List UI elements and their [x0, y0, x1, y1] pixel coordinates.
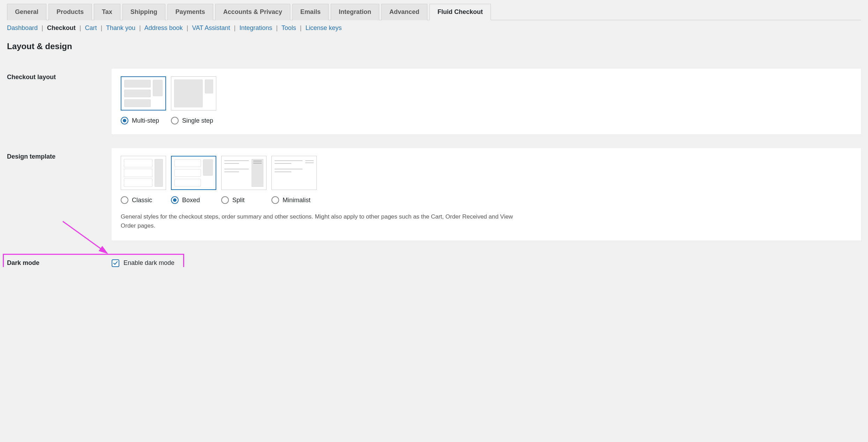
tab-emails[interactable]: Emails: [292, 4, 329, 20]
row-dark-mode: Dark mode Enable dark mode: [7, 254, 861, 267]
radio-icon: [121, 117, 128, 124]
template-label: Boxed: [182, 197, 200, 204]
subnav-vat-assistant[interactable]: VAT Assistant: [192, 24, 230, 31]
tab-integration[interactable]: Integration: [331, 4, 379, 20]
layout-option-label: Single step: [182, 117, 213, 124]
label-dark-mode: Dark mode: [7, 254, 112, 267]
template-label: Split: [232, 197, 245, 204]
template-label: Minimalist: [283, 197, 310, 204]
layout-option-multi-step[interactable]: Multi-step: [121, 117, 159, 124]
label-checkout-layout: Checkout layout: [7, 69, 112, 81]
tab-tax[interactable]: Tax: [94, 4, 120, 20]
tab-advanced[interactable]: Advanced: [381, 4, 427, 20]
radio-icon: [121, 196, 128, 204]
checkbox-icon: [112, 259, 119, 267]
subnav-license-keys[interactable]: License keys: [305, 24, 342, 31]
layout-option-single-step[interactable]: Single step: [171, 117, 213, 124]
tab-products[interactable]: Products: [48, 4, 92, 20]
template-classic-thumb[interactable]: [121, 156, 166, 190]
settings-tabs: General Products Tax Shipping Payments A…: [7, 3, 861, 20]
label-design-template: Design template: [7, 148, 112, 160]
layout-option-single-step-thumb[interactable]: [171, 76, 216, 110]
template-minimalist[interactable]: Minimalist: [271, 196, 310, 204]
template-boxed-thumb[interactable]: [171, 156, 216, 190]
radio-icon: [171, 117, 179, 124]
subnav-address-book[interactable]: Address book: [144, 24, 183, 31]
design-template-help: General styles for the checkout steps, o…: [121, 212, 525, 231]
template-split-thumb[interactable]: [221, 156, 267, 190]
radio-icon: [221, 196, 229, 204]
tab-accounts-privacy[interactable]: Accounts & Privacy: [215, 4, 290, 20]
subnav-thank-you[interactable]: Thank you: [106, 24, 135, 31]
tab-shipping[interactable]: Shipping: [122, 4, 165, 20]
template-boxed[interactable]: Boxed: [171, 196, 200, 204]
template-label: Classic: [132, 197, 152, 204]
subnav-dashboard[interactable]: Dashboard: [7, 24, 38, 31]
tab-payments[interactable]: Payments: [167, 4, 213, 20]
radio-icon: [271, 196, 279, 204]
dark-mode-checkbox-label: Enable dark mode: [124, 259, 174, 267]
dark-mode-checkbox[interactable]: Enable dark mode: [112, 254, 861, 267]
subnav-checkout[interactable]: Checkout: [47, 24, 76, 31]
layout-option-label: Multi-step: [132, 117, 159, 124]
row-checkout-layout: Checkout layout: [7, 69, 861, 134]
radio-icon: [171, 196, 179, 204]
subnav-tools[interactable]: Tools: [282, 24, 296, 31]
subnav-cart[interactable]: Cart: [85, 24, 97, 31]
row-design-template: Design template: [7, 148, 861, 241]
subnav-integrations[interactable]: Integrations: [239, 24, 272, 31]
page-title: Layout & design: [0, 32, 868, 55]
template-classic[interactable]: Classic: [121, 196, 152, 204]
tab-fluid-checkout[interactable]: Fluid Checkout: [429, 4, 491, 20]
template-split[interactable]: Split: [221, 196, 245, 204]
template-minimalist-thumb[interactable]: [271, 156, 317, 190]
tab-general[interactable]: General: [7, 4, 46, 20]
subnav: Dashboard | Checkout | Cart | Thank you …: [0, 20, 868, 32]
layout-option-multi-step-thumb[interactable]: [121, 76, 166, 110]
